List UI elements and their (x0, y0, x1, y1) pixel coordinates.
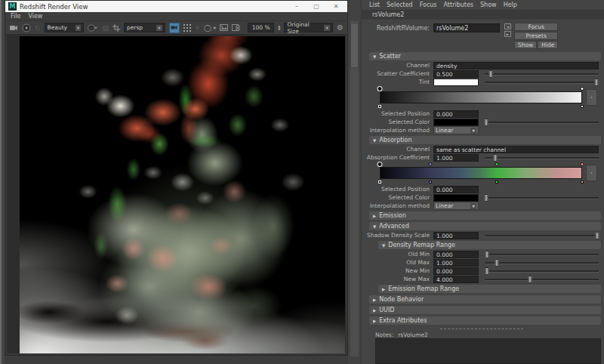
old-max-slider[interactable] (485, 259, 599, 267)
new-min-field[interactable]: 0.000 (433, 267, 479, 275)
snapshot-gallery-icon[interactable] (220, 24, 228, 31)
checker-background-icon[interactable] (183, 24, 191, 32)
close-button[interactable]: ✕ (328, 3, 344, 10)
ramp-stop-marker[interactable] (429, 180, 432, 184)
new-max-field[interactable]: 4.000 (433, 276, 479, 283)
menu-selected[interactable]: Selected (387, 2, 413, 8)
presets-button[interactable]: Presets (514, 32, 558, 40)
color-management-icon[interactable]: ✳ (195, 23, 201, 32)
slider-thumb[interactable] (594, 79, 598, 86)
zoom-stepper[interactable]: ▲▼ (278, 25, 280, 31)
ramp-stop-marker[interactable] (581, 105, 584, 108)
render-view-titlebar[interactable]: M Redshift Render View – ▢ ✕ (5, 1, 347, 12)
absorption-channel-field[interactable]: same as scatter channel (433, 146, 599, 153)
node-name-field[interactable]: rsVolume2 (433, 23, 500, 32)
absorption-coefficient-field[interactable]: 1.000 (433, 154, 479, 162)
absorption-coefficient-slider[interactable] (485, 154, 599, 162)
ramp-gradient-bar[interactable] (380, 91, 582, 103)
old-max-field[interactable]: 1.000 (433, 259, 479, 267)
section-extra-attributes[interactable]: ▶ Extra Attributes (369, 316, 601, 325)
section-density-remap-range[interactable]: ▼ Density Remap Range (378, 241, 601, 249)
maximize-button[interactable]: ▢ (308, 3, 325, 10)
snapshot-icon[interactable] (9, 24, 18, 32)
slider-thumb[interactable] (484, 119, 488, 126)
aov-dropdown[interactable]: Beauty ▼ (45, 23, 85, 32)
old-min-slider[interactable] (485, 251, 599, 258)
selected-color-swatch[interactable] (433, 119, 479, 126)
scrollbar-track[interactable] (350, 21, 359, 356)
region-icon[interactable]: ▧ (102, 23, 109, 32)
slider-thumb[interactable] (484, 194, 488, 202)
ramp-stop-marker[interactable] (378, 180, 381, 184)
section-emission-remap-range[interactable]: ▶ Emission Remap Range (378, 285, 601, 293)
slider-thumb[interactable] (596, 232, 599, 239)
add-snapshot-icon[interactable] (232, 24, 240, 31)
show-button[interactable]: Show (514, 41, 537, 49)
scatter-channel-field[interactable]: density (433, 62, 599, 69)
selected-position-field[interactable]: 0.000 (433, 110, 479, 118)
scatter-coefficient-slider[interactable] (485, 70, 599, 78)
ramp-stop-marker[interactable] (495, 180, 498, 184)
slider-thumb[interactable] (485, 267, 489, 275)
notes-drag-handle[interactable] (440, 329, 523, 329)
refresh-icon[interactable]: ↻ (35, 23, 41, 32)
ramp-stop-handle[interactable] (581, 162, 584, 166)
menu-help[interactable]: Help (504, 2, 517, 8)
selected-position-field[interactable]: 0.000 (433, 186, 479, 193)
menu-attributes[interactable]: Attributes (444, 2, 474, 8)
tint-color-swatch[interactable] (433, 79, 479, 86)
ramp-side-button[interactable]: › (586, 89, 597, 106)
ramp-side-button[interactable]: › (586, 165, 597, 181)
tint-slider[interactable] (485, 79, 599, 86)
select-node-icon[interactable]: ► (504, 31, 511, 37)
interpolation-dropdown[interactable]: Linear ▼ (433, 202, 479, 210)
selected-color-slider[interactable] (485, 194, 599, 202)
crop-icon[interactable] (112, 24, 120, 32)
slider-thumb[interactable] (493, 154, 497, 162)
scrollbar-thumb[interactable] (350, 23, 359, 68)
section-scatter[interactable]: ▼ Scatter (369, 52, 601, 60)
menu-focus[interactable]: Focus (420, 2, 437, 8)
scatter-coefficient-field[interactable]: 0.500 (433, 70, 479, 78)
ramp-gradient-bar[interactable] (380, 167, 582, 179)
absorption-ramp[interactable]: › (380, 162, 599, 184)
slider-thumb[interactable] (495, 259, 498, 267)
slider-thumb[interactable] (485, 251, 489, 258)
size-dropdown[interactable]: Original Size ▼ (284, 23, 333, 32)
section-node-behavior[interactable]: ▶ Node Behavior (369, 295, 601, 304)
tab-rsvolume2[interactable]: rsVolume2 (372, 11, 404, 18)
zoom-field[interactable]: 100 % (248, 23, 274, 32)
gear-icon[interactable]: ⚙ (337, 23, 344, 32)
old-min-field[interactable]: 0.000 (433, 251, 479, 258)
menu-list[interactable]: List (369, 2, 380, 8)
bucket-options-icon[interactable]: ⋯ (88, 24, 98, 32)
ramp-stop-handle[interactable] (378, 87, 382, 91)
circle-tool-icon[interactable]: ◯▼ (204, 23, 216, 32)
ramp-stop-handle[interactable] (429, 162, 433, 166)
ramp-stop-handle[interactable] (581, 87, 584, 91)
menu-show[interactable]: Show (480, 2, 497, 8)
section-uuid[interactable]: ▶ UUID (369, 306, 601, 314)
selected-color-slider[interactable] (485, 119, 599, 126)
ramp-stop-handle[interactable] (378, 162, 382, 166)
menu-view[interactable]: View (28, 13, 42, 20)
selected-color-swatch[interactable] (433, 194, 479, 202)
interpolation-dropdown[interactable]: Linear ▼ (433, 126, 479, 134)
menu-file[interactable]: File (11, 13, 20, 20)
new-min-slider[interactable] (485, 267, 599, 275)
slider-thumb[interactable] (528, 276, 532, 283)
shadow-density-field[interactable]: 1.000 (433, 232, 479, 239)
render-image[interactable] (20, 36, 345, 353)
ramp-stop-handle[interactable] (495, 162, 499, 166)
camera-dropdown[interactable]: persp ▼ (124, 23, 165, 32)
ramp-stop-marker[interactable] (378, 105, 381, 108)
focus-button[interactable]: Focus (514, 23, 558, 31)
section-emission[interactable]: ▶ Emission (369, 211, 601, 220)
slider-thumb[interactable] (488, 70, 492, 78)
minimize-button[interactable]: – (288, 3, 305, 10)
scatter-ramp[interactable]: › (380, 87, 599, 109)
start-ipr-icon[interactable] (22, 23, 31, 32)
ramp-stop-marker[interactable] (581, 180, 584, 184)
new-max-slider[interactable] (485, 276, 599, 283)
shadow-density-slider[interactable] (485, 232, 599, 239)
